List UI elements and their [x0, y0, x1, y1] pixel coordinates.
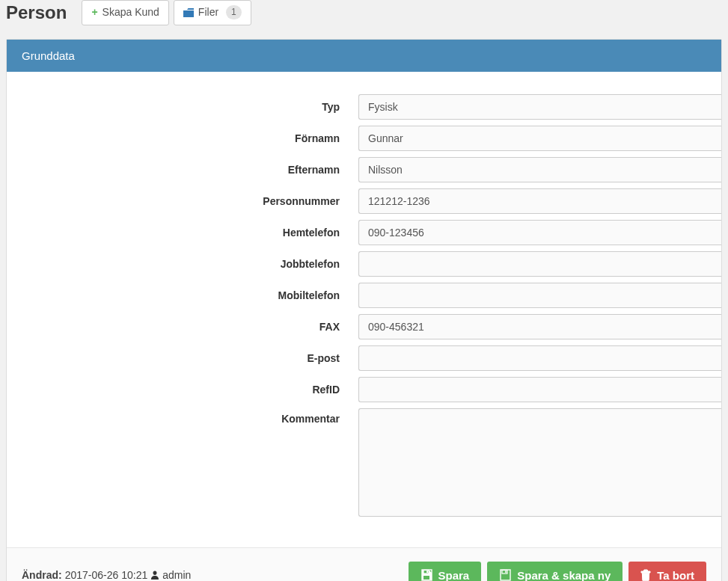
epost-label: E-post — [7, 352, 358, 364]
changed-value: 2017-06-26 10:21 — [65, 569, 148, 581]
delete-label: Ta bort — [657, 569, 694, 581]
jobbtelefon-label: Jobbtelefon — [7, 258, 358, 270]
files-count-badge: 1 — [226, 5, 242, 19]
mobiltelefon-input[interactable] — [358, 283, 721, 308]
svg-rect-5 — [505, 571, 507, 573]
changed-label: Ändrad: — [22, 569, 62, 581]
grunddata-panel: Grunddata Typ Förnamn Efternamn Personnu… — [6, 39, 722, 581]
header-buttons: + Skapa Kund Filer 1 — [82, 0, 251, 25]
plus-icon: + — [91, 5, 97, 20]
efternamn-input[interactable] — [358, 157, 721, 182]
personnummer-input[interactable] — [358, 188, 721, 214]
page-header: Person + Skapa Kund Filer 1 — [0, 0, 728, 33]
trash-icon — [640, 569, 651, 581]
save-button[interactable]: Spara — [409, 562, 482, 581]
svg-rect-6 — [641, 571, 650, 573]
panel-title: Grunddata — [7, 40, 721, 72]
create-customer-label: Skapa Kund — [103, 5, 159, 20]
efternamn-label: Efternamn — [7, 164, 358, 176]
mobiltelefon-label: Mobiltelefon — [7, 289, 358, 301]
user-icon — [150, 571, 159, 580]
kommentar-input[interactable] — [358, 408, 721, 517]
files-button[interactable]: Filer 1 — [174, 0, 251, 25]
save-and-new-button[interactable]: Spara & skapa ny — [487, 562, 623, 581]
typ-label: Typ — [7, 101, 358, 113]
changed-user: admin — [162, 569, 191, 581]
save-label: Spara — [438, 569, 470, 581]
hemtelefon-label: Hemtelefon — [7, 227, 358, 239]
save-icon — [420, 569, 432, 581]
fax-input[interactable] — [358, 314, 721, 339]
page-title: Person — [6, 2, 67, 23]
form-body: Typ Förnamn Efternamn Personnummer Hemte… — [7, 72, 721, 547]
personnummer-label: Personnummer — [7, 195, 358, 207]
typ-input[interactable] — [358, 94, 721, 120]
fax-label: FAX — [7, 321, 358, 333]
save-icon — [499, 569, 511, 581]
svg-rect-2 — [426, 571, 428, 573]
refid-label: RefID — [7, 384, 358, 396]
action-buttons: Spara Spara & skapa ny Ta bort — [409, 562, 706, 581]
changed-meta: Ändrad: 2017-06-26 10:21 admin — [22, 569, 191, 581]
svg-rect-4 — [502, 571, 507, 574]
files-label: Filer — [198, 5, 218, 20]
jobbtelefon-input[interactable] — [358, 251, 721, 277]
create-customer-button[interactable]: + Skapa Kund — [82, 0, 168, 25]
fornamn-input[interactable] — [358, 126, 721, 151]
kommentar-label: Kommentar — [7, 408, 358, 425]
refid-input[interactable] — [358, 377, 721, 402]
fornamn-label: Förnamn — [7, 132, 358, 144]
panel-footer: Ändrad: 2017-06-26 10:21 admin Spara — [7, 547, 721, 581]
delete-button[interactable]: Ta bort — [628, 562, 706, 581]
save-new-label: Spara & skapa ny — [517, 569, 611, 581]
folder-icon — [183, 8, 194, 17]
hemtelefon-input[interactable] — [358, 220, 721, 245]
epost-input[interactable] — [358, 345, 721, 371]
